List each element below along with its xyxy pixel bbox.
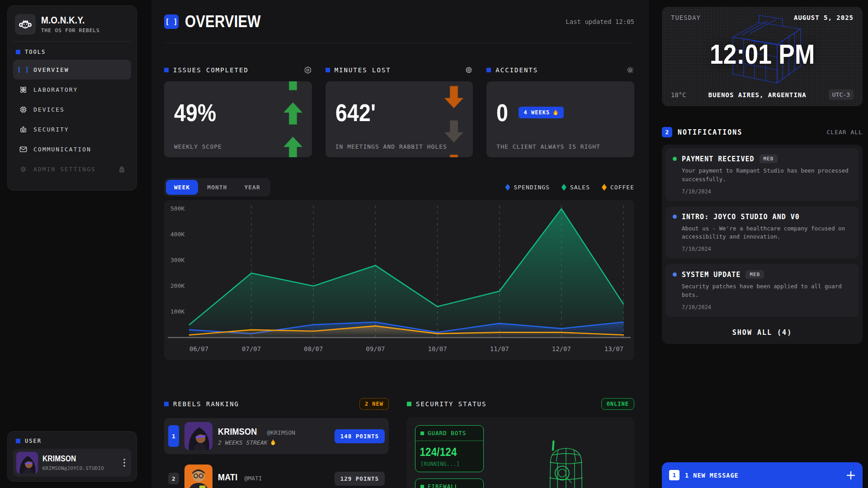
area-chart: 100K200K300K400K500K06/0707/0708/0709/07… xyxy=(164,200,634,360)
guard-bot-wireframe xyxy=(539,430,593,488)
new-badge: 2 NEW xyxy=(359,398,389,410)
range-tabs: WEEK MONTH YEAR xyxy=(164,178,270,197)
stat-caption: THE CLIENT ALWAYS IS RIGHT xyxy=(496,143,600,150)
burst-icon[interactable] xyxy=(626,66,634,74)
notification-card[interactable]: INTRO: JOYCO STUDIO AND V0 About us - We… xyxy=(665,206,859,259)
sidebar-item-devices[interactable]: DEVICES xyxy=(13,99,131,119)
avatar xyxy=(184,422,212,450)
legend-spendings[interactable]: SPENDINGS xyxy=(505,184,549,191)
new-message-bar[interactable]: 1 1 NEW MESSAGE xyxy=(662,462,863,488)
notification-title: PAYMENT RECEIVED xyxy=(682,155,755,163)
status-dot xyxy=(673,272,677,277)
atom-icon xyxy=(19,85,28,94)
svg-text:06/07: 06/07 xyxy=(189,345,208,352)
tab-year[interactable]: YEAR xyxy=(236,180,268,195)
sidebar-item-overview[interactable]: [ ] OVERVIEW xyxy=(13,60,131,80)
rank-badge: 2 xyxy=(168,473,179,484)
user-card[interactable]: KRIMSON KRIMSON@JOYCO.STUDIO xyxy=(13,449,131,477)
svg-text:08/07: 08/07 xyxy=(304,345,323,352)
firewall-box: FIREWALL xyxy=(415,479,484,488)
trend-up-arrows xyxy=(282,81,304,144)
legend-sales[interactable]: SALES xyxy=(561,184,590,191)
stat-title: ACCIDENTS xyxy=(495,66,538,74)
svg-text:10/07: 10/07 xyxy=(428,345,447,352)
status-dot xyxy=(673,215,677,219)
rebel-name: KRIMSON xyxy=(218,427,257,436)
svg-text:500K: 500K xyxy=(170,205,184,212)
rebel-name: MATI xyxy=(218,472,237,482)
stat-cards: ISSUES COMPLETED 49% WEEKLY SCOPE xyxy=(164,66,634,157)
svg-text:09/07: 09/07 xyxy=(366,345,385,352)
stat-value: 49% xyxy=(174,100,216,125)
points-badge: 148 POINTS xyxy=(335,429,385,443)
kebab-menu-icon[interactable] xyxy=(121,459,128,467)
notification-title: SYSTEM UPDATE xyxy=(682,271,741,279)
nut-icon[interactable] xyxy=(304,66,312,74)
chip-icon[interactable] xyxy=(465,66,473,74)
chart-canvas: 100K200K300K400K500K06/0707/0708/0709/07… xyxy=(164,200,634,360)
user-section: USER KRIMSON KRIMSON@JOYCO.STUDIO xyxy=(7,431,137,482)
svg-text:200K: 200K xyxy=(170,282,184,289)
notifications-list: PAYMENT RECEIVED MED Your payment to Ram… xyxy=(662,145,863,344)
stat-title: ISSUES COMPLETED xyxy=(173,66,249,74)
svg-text:300K: 300K xyxy=(170,257,184,263)
stat-title: MINUTES LOST xyxy=(335,66,391,74)
svg-text:11/07: 11/07 xyxy=(490,345,509,352)
sidebar-item-security[interactable]: SECURITY xyxy=(13,119,131,139)
svg-text:12/07: 12/07 xyxy=(552,345,571,352)
sidebar-item-communication[interactable]: COMMUNICATION xyxy=(13,139,131,159)
streak-label: 2 WEEKS STREAK xyxy=(218,439,295,446)
priority-badge: MED xyxy=(760,155,778,163)
user-section-label: USER xyxy=(16,438,128,444)
sidebar-item-admin-settings[interactable]: ADMIN SETTINGS xyxy=(13,159,131,179)
points-badge: 129 POINTS xyxy=(335,472,385,486)
app-title: M.O.N.K.Y. xyxy=(41,15,85,25)
svg-text:13/07: 13/07 xyxy=(604,345,623,352)
legend-coffee[interactable]: COFFEE xyxy=(602,184,634,191)
diamond-icon xyxy=(505,184,510,191)
ranking-row[interactable]: 2 MATI @MATI 129 POINT xyxy=(164,460,389,488)
guard-bots-value: 124/124 xyxy=(415,441,461,460)
fire-icon xyxy=(553,109,558,116)
section-bullet xyxy=(16,439,20,443)
weekday: TUESDAY xyxy=(671,14,701,21)
message-text: 1 NEW MESSAGE xyxy=(685,472,739,479)
notifications-title: NOTIFICATIONS xyxy=(678,128,742,136)
diamond-icon xyxy=(602,184,607,191)
plus-icon[interactable] xyxy=(846,471,855,480)
streak-badge: 4 WEEKS xyxy=(519,107,564,118)
priority-badge: MED xyxy=(745,270,764,279)
message-count-badge: 1 xyxy=(669,470,679,480)
clock-widget: TUESDAY AUGUST 5, 2025 12:01 PM 18°C BUE… xyxy=(662,7,863,106)
green-bullet xyxy=(420,485,424,488)
sidebar: M.O.N.K.Y. THE OS FOR REBELS TOOLS [ ] O… xyxy=(7,5,137,191)
tab-week[interactable]: WEEK xyxy=(166,180,198,195)
clear-all-button[interactable]: CLEAR ALL xyxy=(827,129,863,136)
utc-offset-badge: UTC-3 xyxy=(829,89,854,100)
notification-card[interactable]: PAYMENT RECEIVED MED Your payment to Ram… xyxy=(665,148,859,201)
section-bullet xyxy=(486,68,491,72)
notification-body: Security patches have been applied to al… xyxy=(682,282,852,300)
section-title: REBELS RANKING xyxy=(173,400,239,408)
ranking-row[interactable]: 1 KRIMSON @KRIMSON 2 WEEKS STREAK xyxy=(164,418,389,454)
online-badge: ONLINE xyxy=(601,398,634,410)
sidebar-item-laboratory[interactable]: LABORATORY xyxy=(13,80,131,99)
chart-controls: WEEK MONTH YEAR SPENDINGS SALES COFFEE xyxy=(164,178,634,197)
gear-icon xyxy=(19,165,28,174)
temperature: 18°C xyxy=(671,91,686,99)
notification-card[interactable]: SYSTEM UPDATE MED Security patches have … xyxy=(665,264,859,317)
tab-month[interactable]: MONTH xyxy=(199,180,235,195)
diamond-icon xyxy=(561,184,566,191)
rebel-handle: @KRIMSON xyxy=(267,429,296,436)
stat-value: 0 xyxy=(496,100,508,125)
user-name: KRIMSON xyxy=(42,455,76,463)
firewall-label: FIREWALL xyxy=(428,483,458,488)
chip-icon xyxy=(19,105,28,114)
notification-body: About us - We're a healthcare company fo… xyxy=(682,225,852,242)
brackets-icon: [ ] xyxy=(164,14,179,29)
green-bullet xyxy=(420,432,424,435)
show-all-button[interactable]: SHOW ALL (4) xyxy=(665,322,859,340)
lock-icon xyxy=(118,165,126,173)
monkey-logo-icon xyxy=(15,14,36,35)
main-content: [ ] OVERVIEW Last updated 12:05 ISSUES C… xyxy=(151,0,649,488)
